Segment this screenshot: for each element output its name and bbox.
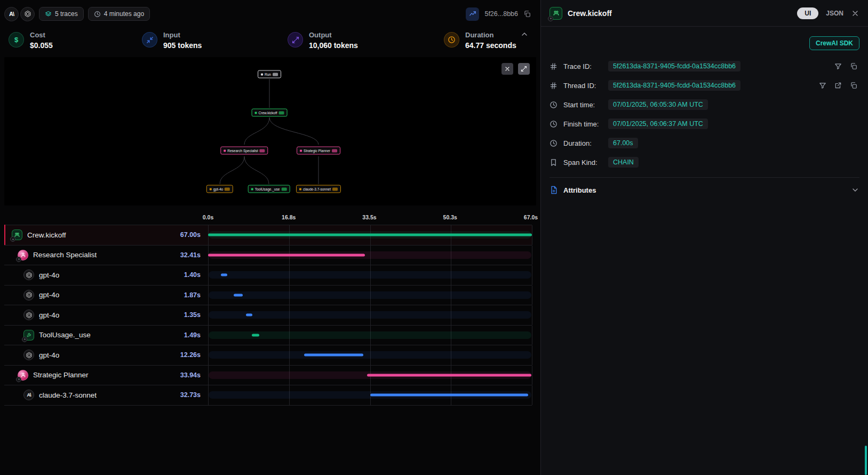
- node-tag: [225, 187, 230, 191]
- trace-row-label: Strategic Planner33.94s: [4, 366, 208, 385]
- start-time-value: 07/01/2025, 06:05:30 AM UTC: [608, 99, 708, 110]
- node-tag: [273, 73, 278, 76]
- graph-node[interactable]: gpt-4o: [206, 185, 233, 193]
- external-link-icon[interactable]: [834, 82, 842, 89]
- trace-row[interactable]: ToolUsage._use1.49s: [4, 326, 532, 346]
- traces-count-badge[interactable]: 5 traces: [39, 7, 84, 21]
- node-label: ToolUsage._use: [255, 187, 280, 191]
- span-duration: 1.49s: [184, 331, 208, 339]
- span-kind-value: CHAIN: [608, 157, 639, 168]
- graph-node[interactable]: Strategic Planner: [297, 147, 340, 155]
- trace-row[interactable]: Crew.kickoff67.00s: [4, 225, 532, 246]
- span-duration: 1.40s: [184, 271, 208, 279]
- trace-id-short: 5f26...8bb6: [484, 10, 518, 18]
- chevron-down-icon[interactable]: [851, 186, 859, 194]
- copy-icon[interactable]: [850, 82, 857, 89]
- scrollbar-thumb[interactable]: [865, 446, 867, 475]
- copy-icon[interactable]: [850, 62, 857, 70]
- dollar-icon: $: [9, 32, 24, 48]
- time-axis: 0.0s16.8s33.5s50.3s67.0s: [4, 212, 532, 225]
- span-name: gpt-4o: [39, 351, 59, 359]
- trace-row[interactable]: A\claude-3.7-sonnet32.73s: [4, 385, 532, 406]
- clock-icon: [94, 11, 101, 18]
- node-type-icon: [210, 188, 212, 190]
- copy-icon[interactable]: [523, 10, 531, 18]
- timeline-cell: [208, 326, 532, 345]
- field-trace-id: Trace ID: 5f2613da-8371-9405-fcdd-0a1534…: [550, 57, 859, 76]
- gridline: [532, 265, 532, 285]
- trace-row[interactable]: gpt-4o1.35s: [4, 305, 532, 326]
- arrows-out-icon: [288, 32, 303, 48]
- trace-id-value[interactable]: 5f2613da-8371-9405-fcdd-0a1534cc8bb6: [608, 61, 740, 72]
- span-detail-sidebar: Crew.kickoff UI JSON CrewAI SDK Trace ID…: [540, 0, 868, 475]
- timeline-bar: [246, 314, 252, 316]
- duration-value: 67.00s: [608, 138, 638, 148]
- time-tick: 33.5s: [362, 214, 376, 220]
- crew-icon: [12, 229, 22, 240]
- graph-node[interactable]: Crew.kickoff: [252, 109, 288, 117]
- traces-count-label: 5 traces: [55, 10, 78, 18]
- span-duration: 12.26s: [180, 351, 208, 359]
- gridline: [532, 366, 532, 385]
- time-tick: 67.0s: [524, 214, 538, 220]
- layers-icon: [45, 11, 52, 18]
- graph-node[interactable]: Research Specialist: [220, 147, 268, 155]
- span-name: Research Specialist: [33, 251, 97, 259]
- bookmark-icon: [550, 159, 558, 167]
- graph-node[interactable]: ToolUsage._use: [248, 185, 290, 193]
- attributes-section[interactable]: Attributes: [550, 177, 859, 194]
- chevron-up-icon[interactable]: [520, 30, 529, 38]
- timeline-track: [209, 291, 531, 299]
- thread-id-value[interactable]: 5f2613da-8371-9405-fcdd-0a1534cc8bb6: [608, 80, 740, 91]
- stat-label: Output: [309, 31, 358, 39]
- time-tick: 0.0s: [203, 214, 213, 220]
- timeline-bar: [304, 354, 363, 357]
- timeline-cell: [208, 265, 532, 285]
- span-title: Crew.kickoff: [568, 9, 612, 18]
- agent-icon: [18, 250, 28, 260]
- trace-row-label: Crew.kickoff67.00s: [4, 225, 208, 245]
- field-duration: Duration: 67.00s: [550, 133, 859, 153]
- tab-ui[interactable]: UI: [797, 7, 818, 19]
- graph-expand-button[interactable]: [518, 63, 530, 75]
- trace-row[interactable]: gpt-4o1.87s: [4, 286, 532, 306]
- close-icon[interactable]: [851, 9, 859, 18]
- tool-icon: [23, 330, 34, 341]
- graph-node[interactable]: Run: [258, 70, 281, 78]
- trace-row[interactable]: gpt-4o1.40s: [4, 265, 532, 286]
- timeline-cell: [208, 366, 532, 385]
- timeline-cell: [208, 345, 532, 365]
- trace-graph-panel: RunCrew.kickoffResearch SpecialistStrate…: [4, 57, 536, 205]
- trace-row[interactable]: Research Specialist32.41s: [4, 246, 532, 266]
- trace-waterfall: 0.0s16.8s33.5s50.3s67.0s Crew.kickoff67.…: [4, 212, 532, 406]
- provider-badge-icon: [16, 377, 21, 382]
- timeline-cell: [208, 385, 532, 405]
- stat-input: Input 905 tokens: [142, 31, 288, 50]
- anthropic-icon: A\: [23, 390, 34, 400]
- gridline: [532, 286, 532, 305]
- timeline-bar: [252, 334, 259, 336]
- trace-row-label: Research Specialist32.41s: [4, 246, 208, 265]
- trace-row[interactable]: gpt-4o12.26s: [4, 345, 532, 366]
- field-label: Span Kind:: [563, 159, 603, 167]
- timeline-bar: [208, 234, 532, 236]
- node-label: Research Specialist: [227, 149, 258, 153]
- span-name: ToolUsage._use: [39, 331, 91, 339]
- stat-output: Output 10,060 tokens: [288, 31, 444, 50]
- graph-node[interactable]: claude-3.7-sonnet: [296, 185, 341, 193]
- timeline-cell: [208, 246, 532, 265]
- crew-icon: [550, 7, 562, 20]
- tab-json[interactable]: JSON: [826, 10, 843, 17]
- node-tag: [332, 187, 338, 191]
- activity-button[interactable]: [466, 7, 479, 21]
- trace-row[interactable]: Strategic Planner33.94s: [4, 366, 532, 386]
- node-tag: [278, 111, 284, 114]
- finish-time-value: 07/01/2025, 06:06:37 AM UTC: [608, 118, 708, 129]
- filter-icon[interactable]: [834, 62, 842, 70]
- timeline-track: [209, 271, 531, 279]
- filter-icon[interactable]: [819, 82, 826, 89]
- field-label: Thread ID:: [563, 82, 603, 90]
- gridline: [532, 385, 532, 405]
- openai-icon: [23, 310, 34, 320]
- graph-close-button[interactable]: [501, 63, 513, 75]
